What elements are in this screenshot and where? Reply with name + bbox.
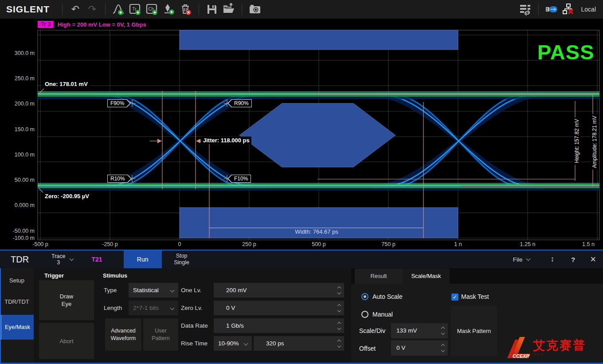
length-label: Length: [104, 301, 122, 315]
x-tick: -250 p: [91, 241, 129, 247]
screenshot-button[interactable]: [247, 2, 263, 17]
mask-test-label: Mask Test: [461, 293, 489, 300]
window-layout-icon: [519, 3, 532, 16]
rise-time-input[interactable]: 320 ps: [254, 336, 344, 351]
data-rate-input[interactable]: 1 Gb/s: [214, 318, 344, 333]
window-layout-button[interactable]: [517, 2, 534, 17]
save-button[interactable]: [204, 2, 220, 17]
spinner-arrows-icon[interactable]: [442, 341, 444, 355]
spinner-arrows-icon[interactable]: [338, 301, 341, 315]
mask-top-rect: [180, 30, 458, 50]
active-trace-id[interactable]: T21: [92, 256, 102, 263]
r90-marker: R90%: [231, 99, 252, 107]
one-lv-input[interactable]: 200 mV: [214, 283, 344, 297]
open-export-button[interactable]: [220, 2, 237, 17]
offset-input[interactable]: 0 V: [391, 341, 448, 356]
length-dropdown[interactable]: 2^7-1 bits: [129, 301, 178, 315]
network-status[interactable]: [560, 2, 577, 17]
add-marker-button[interactable]: [161, 2, 177, 17]
draw-eye-label-1: Draw: [60, 293, 73, 300]
offset-label: Offset: [359, 345, 376, 352]
manual-radio[interactable]: [361, 311, 368, 318]
scale-div-input[interactable]: 133 mV: [391, 323, 448, 338]
accexp-logo-mark: CCEXP: [505, 335, 533, 360]
advanced-waveform-button[interactable]: Advanced Waveform: [105, 318, 141, 351]
divider: [538, 4, 539, 15]
mask-test-result: PASS: [537, 40, 595, 64]
width-label: Width: 764.67 ps: [283, 228, 350, 235]
x-tick: -500 p: [22, 241, 59, 247]
plot-canvas[interactable]: [0, 19, 603, 250]
x-tick: 1.5 n: [570, 241, 603, 247]
file-menu[interactable]: File: [513, 256, 532, 263]
chevron-down-icon: [69, 257, 74, 261]
spinner-arrows-icon[interactable]: [338, 318, 341, 333]
network-disconnected-icon: [562, 3, 575, 16]
local-remote-indicator[interactable]: Local: [581, 6, 596, 13]
window-edge: [0, 268, 1, 363]
add-marker-icon: [162, 3, 176, 16]
auto-scale-radio[interactable]: [361, 293, 368, 300]
help-button[interactable]: ?: [571, 256, 575, 263]
tab-tdr-tdt[interactable]: TDR/TDT: [0, 295, 34, 309]
y-tick: -100.0 m: [3, 235, 35, 241]
chevron-down-icon: [526, 257, 531, 261]
add-trace-button[interactable]: Tr: [127, 2, 144, 17]
usb-status[interactable]: [543, 2, 560, 17]
rise-time-range-dropdown[interactable]: 10-90%: [214, 336, 252, 351]
stop-single-button[interactable]: Stop Single: [168, 253, 196, 266]
abort-button[interactable]: Abort: [39, 323, 94, 359]
add-trace-icon: Tr: [129, 3, 142, 16]
mask-test-checkbox[interactable]: ✓: [451, 294, 458, 301]
tab-eye-mask[interactable]: Eye/Mask: [0, 315, 34, 340]
accexp-chinese: 艾克赛普: [533, 339, 586, 352]
zero-lv-value: 0 V: [214, 305, 235, 311]
add-waveform-button[interactable]: [110, 2, 127, 17]
siglent-logo: SIGLENT: [6, 4, 50, 15]
one-lv-label: One Lv.: [181, 283, 201, 297]
x-tick: 0: [161, 241, 198, 247]
y-tick: -50.00 m: [3, 228, 35, 234]
save-icon: [206, 3, 218, 16]
run-button[interactable]: Run: [124, 250, 162, 268]
scale-div-label: Scale/Div: [359, 327, 385, 334]
spinner-arrows-icon[interactable]: [338, 336, 341, 351]
height-label: Height: 157.82 mV: [573, 117, 581, 164]
tab-scale-mask[interactable]: Scale/Mask: [403, 269, 450, 284]
chevron-down-icon: [170, 306, 175, 310]
type-dropdown[interactable]: Statistical: [129, 283, 178, 297]
mask-pattern-button[interactable]: Mask Pattern: [451, 306, 497, 356]
delete-button[interactable]: [177, 2, 194, 17]
result-tabs-strip: Result Scale/Mask: [351, 268, 603, 284]
control-panel: Setup TDR/TDT Eye/Mask Trigger Draw Eye …: [0, 268, 603, 363]
usb-icon: [545, 5, 558, 13]
chevron-down-icon: [170, 288, 175, 293]
delete-trash-icon: [179, 3, 192, 16]
divider: [62, 4, 63, 15]
trace-selector[interactable]: Trace 3: [51, 253, 75, 266]
redo-button[interactable]: ↷: [84, 2, 101, 17]
accexp-sub: www: [533, 352, 586, 356]
add-channel-button[interactable]: Ch: [144, 2, 161, 17]
tab-result[interactable]: Result: [355, 269, 403, 284]
type-value: Statistical: [129, 287, 159, 294]
close-button[interactable]: ×: [590, 255, 596, 264]
undo-button[interactable]: ↶: [67, 2, 84, 17]
draw-eye-button[interactable]: Draw Eye: [39, 280, 94, 320]
add-channel-icon: Ch: [145, 3, 159, 16]
one-level-label: One: 178.01 mV: [43, 80, 90, 88]
eye-diagram-plot[interactable]: 300.0 m 250.0 m 200.0 m 150.0 m 100.0 m …: [0, 19, 603, 250]
zero-lv-input[interactable]: 0 V: [214, 301, 344, 315]
spinner-arrows-icon[interactable]: [338, 283, 341, 297]
one-lv-value: 200 mV: [214, 287, 247, 294]
spinner-arrows-icon[interactable]: [442, 323, 444, 338]
data-rate-value: 1 Gb/s: [214, 322, 244, 329]
accexp-latin: CCEXP: [513, 353, 530, 359]
user-pattern-button[interactable]: User Pattern: [143, 318, 178, 351]
resize-panel-icon[interactable]: ↕: [550, 255, 554, 264]
x-tick: 1 n: [439, 241, 477, 247]
y-tick: 0.000 m: [3, 202, 35, 208]
y-tick: 50.00 m: [3, 177, 35, 183]
tab-setup[interactable]: Setup: [0, 274, 34, 287]
chevron-down-icon: [244, 341, 248, 346]
